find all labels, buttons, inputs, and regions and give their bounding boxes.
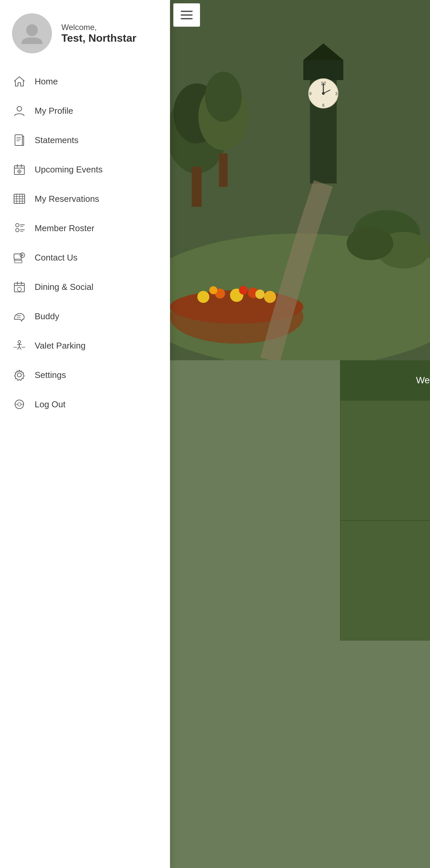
svg-point-61 (16, 223, 19, 227)
svg-point-88 (18, 403, 21, 406)
sidebar-item-buddy[interactable]: Buddy (0, 302, 170, 331)
sidebar-item-dining-social[interactable]: Dining & Social (0, 272, 170, 302)
cards-area: My Profile Upcoming Events (340, 400, 430, 641)
sidebar-item-member-roster[interactable]: Member Roster (0, 214, 170, 243)
svg-rect-71 (15, 260, 22, 263)
roster-icon (12, 221, 27, 236)
sidebar-item-log-out-label: Log Out (35, 399, 66, 410)
svg-rect-14 (192, 167, 202, 207)
sidebar-item-statements[interactable]: Statements (0, 125, 170, 155)
svg-point-41 (26, 24, 38, 36)
svg-rect-17 (219, 153, 228, 187)
svg-point-28 (322, 92, 325, 95)
svg-point-62 (16, 228, 19, 232)
dining-icon (12, 280, 27, 294)
svg-point-42 (17, 106, 22, 111)
sidebar-item-home[interactable]: Home (0, 67, 170, 96)
sidebar-item-settings-label: Settings (35, 370, 66, 380)
svg-text:3: 3 (335, 91, 338, 96)
user-name: Test, Northstar (61, 32, 136, 44)
upcoming-events-card[interactable]: Upcoming Events (340, 520, 430, 641)
events-icon (12, 162, 27, 177)
logout-icon (12, 397, 27, 412)
sidebar-item-my-reservations-label: My Reservations (35, 194, 99, 204)
svg-rect-43 (15, 135, 22, 146)
svg-point-4 (197, 291, 209, 303)
sidebar-item-log-out[interactable]: Log Out (0, 390, 170, 419)
welcome-label: Welcome, (61, 23, 136, 32)
svg-point-10 (239, 286, 248, 294)
home-icon (12, 74, 27, 89)
svg-point-79 (18, 341, 21, 343)
sidebar-item-dining-social-label: Dining & Social (35, 282, 93, 292)
sidebar-item-settings[interactable]: Settings (0, 360, 170, 390)
svg-point-16 (205, 72, 242, 122)
right-panel: 12 3 6 9 Welcome back, Test Nor... (170, 0, 430, 868)
sidebar-item-upcoming-events-label: Upcoming Events (35, 164, 103, 175)
svg-point-11 (255, 289, 265, 299)
sidebar-item-home-label: Home (35, 76, 58, 87)
statements-icon (12, 133, 27, 148)
svg-text:6: 6 (322, 103, 325, 108)
svg-point-76 (17, 287, 21, 291)
profile-icon (12, 103, 27, 118)
svg-point-86 (17, 373, 21, 377)
sidebar-item-my-reservations[interactable]: My Reservations (0, 184, 170, 214)
sidebar-item-my-profile-label: My Profile (35, 106, 73, 116)
welcome-text: Welcome, Test, Northstar (61, 23, 136, 44)
sidebar-item-buddy-label: Buddy (35, 311, 59, 321)
svg-point-9 (209, 286, 217, 294)
buddy-icon (12, 309, 27, 323)
sidebar-item-contact-us-label: Contact Us (35, 252, 78, 263)
welcome-bar: Welcome back, Test Nor... (340, 360, 430, 400)
contact-icon (12, 250, 27, 265)
reservations-icon (12, 191, 27, 206)
welcome-back-text: Welcome back, Test Nor... (416, 375, 430, 385)
nav-list: Home My Profile (0, 63, 170, 422)
sidebar-item-upcoming-events[interactable]: Upcoming Events (0, 155, 170, 184)
hero-image: 12 3 6 9 (170, 0, 430, 360)
svg-rect-72 (14, 283, 24, 292)
sidebar-item-valet-parking-label: Valet Parking (35, 341, 86, 351)
valet-icon (12, 338, 27, 353)
sidebar-item-my-profile[interactable]: My Profile (0, 96, 170, 125)
svg-point-32 (347, 227, 393, 260)
svg-line-83 (19, 347, 21, 349)
sidebar-item-valet-parking[interactable]: Valet Parking (0, 331, 170, 360)
svg-line-82 (18, 347, 19, 349)
svg-point-8 (264, 291, 276, 303)
sidebar: Welcome, Test, Northstar Home My (0, 0, 170, 868)
hamburger-icon (181, 11, 193, 19)
sidebar-item-member-roster-label: Member Roster (35, 223, 94, 234)
settings-icon (12, 368, 27, 382)
hamburger-button[interactable] (173, 3, 200, 27)
my-profile-card[interactable]: My Profile (340, 400, 430, 520)
profile-section: Welcome, Test, Northstar (0, 0, 170, 63)
avatar (12, 13, 52, 53)
svg-rect-19 (303, 60, 343, 80)
sidebar-item-contact-us[interactable]: Contact Us (0, 243, 170, 272)
svg-text:9: 9 (309, 91, 312, 96)
sidebar-item-statements-label: Statements (35, 135, 79, 146)
